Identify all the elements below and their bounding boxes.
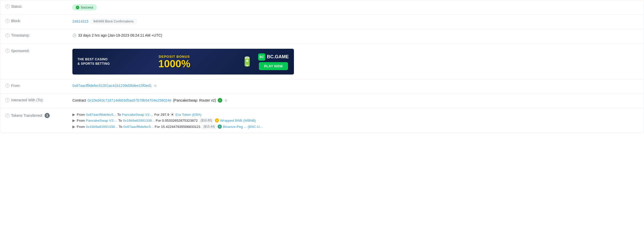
timestamp-help-icon[interactable]: ?	[5, 33, 10, 37]
tokens-transferred-row: ? Tokens Transferred: 3 ▶ From 0x87aacff…	[0, 108, 644, 133]
sponsored-value-col: THE BEST CASINO& SPORTS BETTING DEPOSIT …	[72, 48, 639, 75]
from-address-link[interactable]: 0x87aacff8defec51001ac41b1239d36dee15f0e…	[72, 84, 152, 88]
sponsored-label: Sponsored:	[11, 49, 30, 53]
transfer-to-address-1[interactable]: PancakeSwap V2:...	[122, 113, 153, 117]
contract-verified-icon: ✓	[218, 98, 222, 103]
check-icon: ✓	[76, 6, 79, 9]
tokens-label: Tokens Transferred:	[11, 113, 43, 118]
transfer-row-1: ▶ From 0x87aacff8defec5... To PancakeSwa…	[72, 112, 639, 117]
transfer-amount-3: 15.422447835506833121	[161, 125, 201, 129]
ad-brand-section: BC BC.GAME PLAY NOW	[258, 53, 289, 70]
confirmations-badge: 940499 Block Confirmations	[90, 19, 137, 24]
timestamp-row: ? Timestamp: 🕐 33 days 2 hrs ago (Jan-19…	[0, 29, 644, 44]
ad-brand-text: BC.GAME	[267, 54, 289, 60]
transfer-to-address-2[interactable]: 0x16b9a82891338...	[123, 119, 155, 122]
transfer-arrow-icon-3: ▶	[72, 125, 75, 129]
transfer-to-label-3: To	[119, 125, 122, 129]
transfer-for-label-1: For	[154, 113, 159, 117]
transfer-to-address-3[interactable]: 0x87aacff8defec5...	[123, 125, 154, 129]
tokens-help-icon[interactable]: ?	[5, 113, 10, 118]
transfer-from-label-1: From	[77, 113, 85, 117]
transfer-row-3: ▶ From 0x16b9a82891338... To 0x87aacff8d…	[72, 124, 639, 129]
bnb-token-icon: ♦	[215, 118, 219, 122]
block-value-col: 24914315 940499 Block Confirmations	[72, 18, 639, 24]
interacted-help-icon[interactable]: ?	[5, 98, 10, 102]
transfer-from-label-2: From	[77, 119, 85, 122]
transfer-for-label-3: For	[155, 125, 160, 129]
ad-bonus-amount: 1000%	[112, 59, 236, 69]
tokens-count-badge: 3	[45, 113, 50, 118]
timestamp-label-col: ? Timestamp:	[5, 33, 72, 37]
sponsored-label-col: ? Sponsored:	[5, 48, 72, 53]
ad-left-text: THE BEST CASINO& SPORTS BETTING	[78, 57, 110, 66]
block-label-col: ? Block:	[5, 18, 72, 23]
transfer-to-label-1: To	[117, 113, 121, 117]
transfer-from-address-2[interactable]: PancakeSwap V2:...	[86, 119, 117, 122]
from-row: ? From: 0x87aacff8defec51001ac41b1239d36…	[0, 79, 644, 94]
block-help-icon[interactable]: ?	[5, 19, 10, 23]
ad-coins-graphic: 🔋	[241, 56, 253, 67]
timestamp-value-col: 🕐 33 days 2 hrs ago (Jan-19-2023 06:24:1…	[72, 33, 639, 37]
tokens-label-col: ? Tokens Transferred: 3	[5, 112, 72, 118]
transfer-amount-2: 0.05332652875323872	[162, 119, 198, 122]
ad-bonus-section: DEPOSIT BONUS 1000%	[112, 55, 236, 69]
contract-copy-icon[interactable]: ⧉	[224, 98, 228, 102]
interacted-label-col: ? Interacted With (To):	[5, 97, 72, 102]
status-badge: ✓ Success	[72, 4, 97, 10]
timestamp-text: 33 days 2 hrs ago (Jan-19-2023 06:24:11 …	[78, 33, 162, 37]
interacted-label: Interacted With (To):	[11, 98, 44, 102]
transfer-token-name-1[interactable]: Era Token (ERA)	[175, 113, 201, 117]
transfer-row-2: ▶ From PancakeSwap V2:... To 0x16b9a8289…	[72, 118, 639, 123]
interacted-with-row: ? Interacted With (To): Contract 0x10ed4…	[0, 94, 644, 108]
status-help-icon[interactable]: ?	[5, 4, 10, 9]
status-label: Status:	[11, 4, 22, 9]
ad-banner[interactable]: THE BEST CASINO& SPORTS BETTING DEPOSIT …	[72, 49, 294, 75]
bc-logo-icon: BC	[258, 53, 265, 61]
clock-icon: 🕐	[72, 34, 77, 37]
contract-prefix: Contract	[72, 98, 86, 102]
interacted-value-col: Contract 0x10ed43c718714eb63d5aa57b78b54…	[72, 97, 639, 103]
status-label-col: ? Status:	[5, 4, 72, 9]
from-value-col: 0x87aacff8defec51001ac41b1239d36dee15f0e…	[72, 83, 639, 88]
sponsored-help-icon[interactable]: ?	[5, 49, 10, 53]
transfer-for-label-2: For	[156, 119, 161, 122]
transfer-token-name-2[interactable]: Wrapped BNB (WBNB)	[220, 119, 256, 122]
from-copy-icon[interactable]: ⧉	[153, 84, 157, 88]
transfer-arrow-icon-1: ▶	[72, 112, 75, 117]
transfer-usd-3: ($15.44)	[202, 124, 217, 129]
ad-brand-name: BC BC.GAME	[258, 53, 289, 61]
era-token-icon: ★	[170, 112, 174, 117]
transfer-from-address-3[interactable]: 0x16b9a82891338...	[86, 125, 118, 129]
ad-top-text: THE BEST CASINO& SPORTS BETTING	[78, 57, 110, 66]
transfer-usd-2: ($16.85)	[199, 118, 214, 123]
token-transfers-list: ▶ From 0x87aacff8defec5... To PancakeSwa…	[72, 112, 639, 129]
play-now-button[interactable]: PLAY NOW	[259, 62, 288, 70]
transfer-from-address-1[interactable]: 0x87aacff8defec5...	[86, 113, 116, 117]
from-help-icon[interactable]: ?	[5, 84, 10, 88]
block-number-link[interactable]: 24914315	[72, 19, 88, 23]
block-row: ? Block: 24914315 940499 Block Confirmat…	[0, 15, 644, 29]
from-label-col: ? From:	[5, 83, 72, 88]
contract-address-link[interactable]: 0x10ed43c718714eb63d5aa57b78b54704e25602…	[88, 98, 171, 102]
bsc-token-icon: $	[218, 125, 222, 129]
contract-name: (PancakeSwap: Router v2)	[173, 98, 216, 102]
transfer-amount-1: 297.9	[160, 113, 169, 117]
status-row: ? Status: ✓ Success	[0, 0, 644, 15]
transfer-arrow-icon-2: ▶	[72, 118, 75, 122]
timestamp-label: Timestamp:	[11, 33, 30, 37]
sponsored-row: ? Sponsored: THE BEST CASINO& SPORTS BET…	[0, 44, 644, 79]
transfer-token-name-3[interactable]: Binance-Peg ... (BSC-U...	[223, 125, 262, 129]
transfer-to-label-2: To	[118, 119, 122, 122]
from-label: From:	[11, 84, 21, 88]
tokens-value-col: ▶ From 0x87aacff8defec5... To PancakeSwa…	[72, 112, 639, 129]
block-label: Block:	[11, 19, 21, 23]
status-value-col: ✓ Success	[72, 4, 639, 10]
transfer-from-label-3: From	[77, 125, 85, 129]
status-text: Success	[81, 5, 93, 9]
